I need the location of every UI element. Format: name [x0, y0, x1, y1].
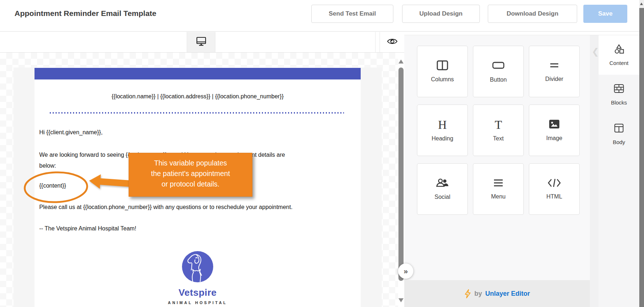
- desktop-view-button[interactable]: [187, 32, 215, 52]
- dotted-divider[interactable]: [50, 112, 344, 114]
- panel-pointer-icon: ❮: [592, 46, 599, 57]
- tab-label: Blocks: [611, 99, 627, 106]
- shapes-icon: [613, 44, 624, 55]
- tab-blocks[interactable]: Blocks: [599, 75, 639, 114]
- collapse-panel-button[interactable]: »: [398, 263, 413, 279]
- content-variable-text[interactable]: {{content}}: [39, 183, 66, 189]
- block-card-text[interactable]: T Text: [473, 105, 524, 156]
- panel-divider-strip: [590, 35, 599, 307]
- block-cards-grid: Columns Button Divider H Heading T: [417, 46, 580, 215]
- upload-design-button[interactable]: Upload Design: [402, 5, 480, 23]
- logo-subtitle: ANIMAL HOSPITAL: [168, 300, 227, 305]
- block-card-html[interactable]: HTML: [529, 163, 580, 215]
- columns-icon: [437, 60, 448, 72]
- annotation-line: or protocol details.: [129, 179, 252, 189]
- canvas-scroll-up-button[interactable]: [398, 60, 404, 64]
- logo-name: Vetspire: [178, 287, 216, 298]
- tab-label: Body: [613, 139, 625, 145]
- block-card-menu[interactable]: Menu: [473, 163, 524, 215]
- social-icon: [436, 178, 449, 189]
- block-label: Menu: [491, 193, 506, 200]
- block-card-image[interactable]: Image: [529, 105, 580, 156]
- canvas-scroll-down-button[interactable]: [398, 298, 404, 302]
- signoff-text[interactable]: -- The Vetspire Animal Hospital Team!: [39, 225, 136, 232]
- email-header-bar[interactable]: [35, 68, 361, 79]
- html-icon: [547, 178, 561, 189]
- block-card-social[interactable]: Social: [417, 163, 468, 215]
- page-title: Appointment Reminder Email Template: [15, 9, 157, 18]
- image-icon: [548, 119, 560, 131]
- layout-icon: [613, 123, 624, 134]
- tab-label: Content: [609, 60, 629, 66]
- block-card-columns[interactable]: Columns: [417, 46, 468, 97]
- annotation-callout: This variable populates the patient's ap…: [129, 153, 252, 197]
- canvas-scrollbar-thumb[interactable]: [398, 67, 404, 281]
- text-icon: T: [495, 119, 502, 131]
- block-card-divider[interactable]: Divider: [529, 46, 580, 97]
- greeting-text[interactable]: Hi {{client.given_name}},: [39, 129, 102, 136]
- tab-content[interactable]: Content: [599, 35, 639, 75]
- preview-toolbar: [0, 32, 404, 53]
- scrollbar-up-arrow-icon[interactable]: [640, 3, 643, 5]
- send-test-email-button[interactable]: Send Test Email: [311, 5, 393, 23]
- block-label: Heading: [432, 135, 453, 142]
- app-header: Appointment Reminder Email Template Send…: [0, 0, 639, 32]
- button-icon: [492, 60, 505, 72]
- browser-scrollbar-thumb[interactable]: [639, 8, 644, 307]
- location-line-text[interactable]: {{location.name}} | {{location.address}}…: [35, 93, 361, 100]
- logo-block[interactable]: Vetspire ANIMAL HOSPITAL: [35, 251, 361, 305]
- block-label: Social: [434, 194, 450, 200]
- menu-icon: [493, 178, 504, 189]
- unlayer-editor-link[interactable]: Unlayer Editor: [485, 290, 530, 298]
- tab-body[interactable]: Body: [599, 114, 639, 154]
- save-button[interactable]: Save: [583, 5, 627, 23]
- annotation-line: This variable populates: [129, 158, 252, 168]
- preview-button[interactable]: [380, 32, 404, 52]
- email-template-editor: Appointment Reminder Email Template Send…: [0, 0, 644, 307]
- design-canvas: {{location.name}} | {{location.address}}…: [0, 53, 398, 307]
- desktop-monitor-icon: [196, 36, 207, 48]
- annotation-line: the patient's appointment: [129, 168, 252, 179]
- bricks-icon: [613, 83, 624, 95]
- sidebar-tabbar: Content Blocks Body: [599, 35, 639, 307]
- block-card-heading[interactable]: H Heading: [417, 105, 468, 156]
- block-label: Columns: [431, 76, 454, 83]
- divider-icon: [549, 61, 559, 71]
- block-label: HTML: [546, 193, 562, 200]
- editor-branding-footer: by Unlayer Editor: [404, 280, 590, 307]
- block-label: Divider: [545, 76, 563, 82]
- heading-icon: H: [438, 119, 447, 131]
- block-card-button[interactable]: Button: [473, 46, 524, 97]
- block-label: Text: [493, 135, 503, 142]
- eye-icon: [387, 37, 398, 47]
- footer-by-label: by: [474, 290, 482, 298]
- phone-line-text[interactable]: Please call us at {{location.phone_numbe…: [39, 204, 292, 210]
- browser-scrollbar[interactable]: [639, 0, 644, 307]
- toolbar-divider: [375, 32, 376, 52]
- block-label: Image: [546, 135, 562, 142]
- vetspire-logo-icon: [182, 251, 214, 284]
- content-blocks-panel: Columns Button Divider H Heading T: [404, 35, 590, 280]
- lightning-bolt-icon: [464, 289, 471, 298]
- block-label: Button: [490, 77, 507, 83]
- download-design-button[interactable]: Download Design: [488, 5, 577, 23]
